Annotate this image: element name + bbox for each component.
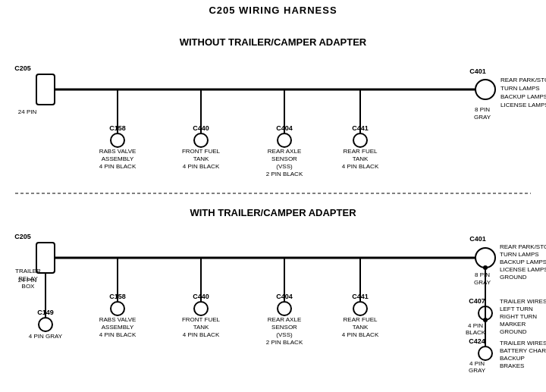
svg-text:C441: C441: [352, 124, 369, 132]
svg-text:WITHOUT  TRAILER/CAMPER  ADAPT: WITHOUT TRAILER/CAMPER ADAPTER: [180, 36, 367, 48]
svg-text:C440: C440: [193, 293, 209, 300]
svg-text:2 PIN BLACK: 2 PIN BLACK: [266, 339, 303, 346]
svg-text:BACKUP LAMPS: BACKUP LAMPS: [500, 259, 546, 265]
svg-text:RABS VALVE: RABS VALVE: [99, 148, 136, 155]
svg-text:WITH  TRAILER/CAMPER  ADAPTER: WITH TRAILER/CAMPER ADAPTER: [190, 207, 356, 218]
svg-text:GROUND: GROUND: [500, 328, 527, 335]
svg-text:4 PIN: 4 PIN: [468, 322, 483, 329]
svg-point-79: [39, 318, 52, 331]
svg-text:C158: C158: [109, 124, 126, 132]
svg-text:24 PIN: 24 PIN: [18, 108, 37, 115]
svg-point-66: [278, 302, 291, 315]
svg-text:BACKUP LAMPS: BACKUP LAMPS: [500, 93, 546, 100]
svg-text:BRAKES: BRAKES: [500, 362, 524, 369]
page: C205 WIRING HARNESS WITHOUT TRAILER/CAMP…: [0, 0, 546, 392]
svg-text:4 PIN BLACK: 4 PIN BLACK: [99, 331, 136, 338]
svg-text:4 PIN BLACK: 4 PIN BLACK: [99, 163, 136, 170]
svg-text:8 PIN: 8 PIN: [475, 106, 490, 113]
svg-text:RELAY: RELAY: [18, 275, 38, 282]
svg-text:REAR PARK/STOP: REAR PARK/STOP: [500, 243, 546, 250]
svg-text:2 PIN BLACK: 2 PIN BLACK: [266, 171, 303, 177]
svg-text:C404: C404: [276, 293, 293, 300]
svg-rect-3: [36, 74, 55, 105]
svg-text:ASSEMBLY: ASSEMBLY: [102, 155, 134, 162]
svg-text:4 PIN BLACK: 4 PIN BLACK: [183, 163, 220, 170]
wiring-diagram: WITHOUT TRAILER/CAMPER ADAPTER C205 24 P…: [0, 0, 546, 392]
svg-text:C424: C424: [469, 337, 485, 345]
svg-text:C149: C149: [37, 309, 54, 316]
svg-text:C440: C440: [193, 124, 209, 132]
svg-text:4 PIN: 4 PIN: [469, 360, 485, 367]
svg-point-73: [353, 302, 367, 315]
svg-text:RABS VALVE: RABS VALVE: [99, 316, 136, 323]
svg-text:C404: C404: [276, 124, 293, 132]
svg-text:4 PIN GRAY: 4 PIN GRAY: [29, 333, 63, 340]
svg-text:TANK: TANK: [193, 324, 209, 331]
svg-text:GRAY: GRAY: [469, 367, 486, 374]
svg-text:ASSEMBLY: ASSEMBLY: [102, 324, 134, 331]
svg-text:REAR PARK/STOP: REAR PARK/STOP: [500, 77, 546, 83]
svg-point-60: [194, 302, 208, 315]
svg-point-6: [475, 80, 495, 99]
svg-text:TURN LAMPS: TURN LAMPS: [500, 85, 540, 92]
svg-text:C158: C158: [109, 293, 126, 300]
svg-text:REAR FUEL: REAR FUEL: [344, 316, 378, 323]
svg-text:REAR AXLE: REAR AXLE: [268, 316, 301, 323]
svg-point-96: [479, 347, 492, 360]
svg-text:FRONT FUEL: FRONT FUEL: [182, 316, 221, 323]
svg-text:GRAY: GRAY: [474, 279, 491, 286]
svg-point-15: [111, 133, 124, 147]
svg-text:C407: C407: [469, 297, 485, 305]
svg-text:TRAILER: TRAILER: [15, 268, 41, 274]
svg-text:TRAILER WIRES: TRAILER WIRES: [500, 298, 546, 305]
svg-point-54: [111, 302, 124, 315]
svg-text:4 PIN BLACK: 4 PIN BLACK: [342, 163, 379, 170]
svg-text:BACKUP: BACKUP: [500, 355, 525, 362]
svg-text:LEFT TURN: LEFT TURN: [500, 306, 533, 312]
svg-text:TRAILER WIRES: TRAILER WIRES: [500, 340, 546, 347]
svg-text:4 PIN BLACK: 4 PIN BLACK: [342, 331, 379, 338]
svg-text:C205: C205: [14, 64, 31, 72]
svg-text:BATTERY CHARGE: BATTERY CHARGE: [500, 347, 546, 354]
svg-text:REAR FUEL: REAR FUEL: [344, 148, 378, 155]
svg-point-106: [483, 318, 488, 322]
svg-text:MARKER: MARKER: [500, 321, 526, 328]
svg-text:TANK: TANK: [353, 155, 369, 162]
svg-text:C401: C401: [469, 235, 486, 243]
svg-point-44: [475, 248, 495, 268]
svg-text:4 PIN BLACK: 4 PIN BLACK: [183, 331, 220, 338]
svg-text:TANK: TANK: [193, 155, 209, 162]
svg-text:C441: C441: [352, 293, 369, 300]
svg-text:GRAY: GRAY: [474, 114, 491, 121]
svg-point-21: [194, 133, 208, 147]
svg-text:BOX: BOX: [22, 283, 36, 290]
svg-text:BLACK: BLACK: [466, 329, 486, 336]
svg-text:FRONT FUEL: FRONT FUEL: [182, 148, 221, 155]
svg-text:(VSS): (VSS): [276, 331, 293, 338]
svg-text:LICENSE LAMPS: LICENSE LAMPS: [500, 266, 546, 273]
svg-text:(VSS): (VSS): [276, 163, 293, 170]
svg-point-34: [353, 133, 367, 147]
svg-text:C205: C205: [14, 233, 31, 240]
svg-text:REAR AXLE: REAR AXLE: [268, 148, 301, 155]
svg-text:SENSOR: SENSOR: [271, 324, 297, 331]
svg-text:LICENSE LAMPS: LICENSE LAMPS: [500, 102, 546, 108]
svg-text:C401: C401: [469, 67, 486, 75]
svg-text:TANK: TANK: [353, 324, 369, 331]
svg-text:SENSOR: SENSOR: [271, 155, 297, 162]
svg-point-105: [483, 265, 488, 270]
svg-text:TURN LAMPS: TURN LAMPS: [500, 251, 539, 258]
svg-point-27: [278, 133, 291, 147]
svg-text:8 PIN: 8 PIN: [475, 271, 490, 278]
svg-text:GROUND: GROUND: [500, 274, 527, 281]
svg-text:RIGHT TURN: RIGHT TURN: [500, 313, 537, 320]
